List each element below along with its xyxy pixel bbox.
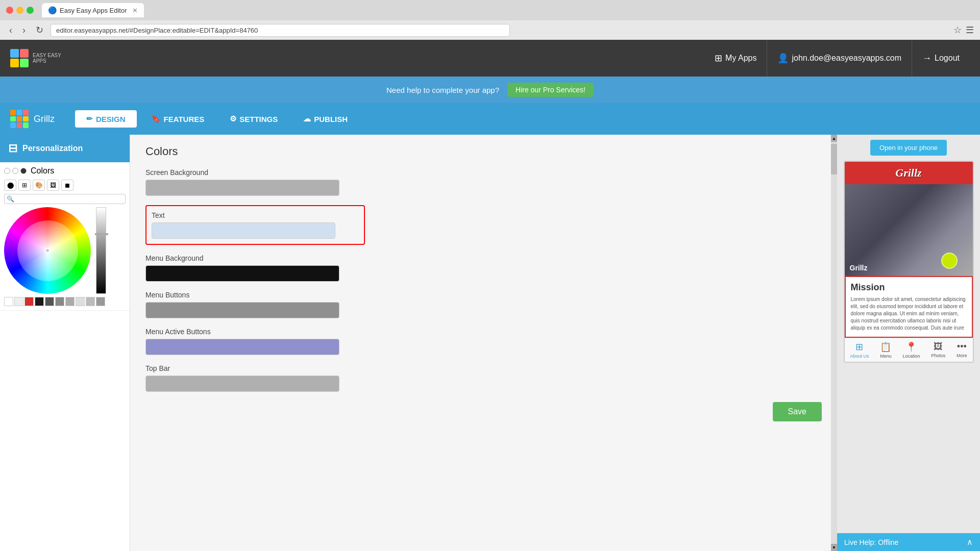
nav-forward-button[interactable]: › [19, 24, 29, 37]
color-search-box[interactable]: 🔍 [4, 194, 126, 204]
menu-buttons-swatch[interactable] [145, 302, 339, 318]
screen-background-swatch[interactable] [145, 180, 339, 196]
swatch-darksilver[interactable] [96, 297, 105, 306]
tab-favicon-icon: 🔵 [48, 6, 57, 14]
tab-design[interactable]: ✏ DESIGN [75, 110, 137, 128]
address-bar[interactable]: editor.easyeasyapps.net/#DesignPlace:edi… [51, 24, 510, 37]
app-logo[interactable]: EASY EASY APPS [10, 49, 61, 67]
text-color-label: Text [152, 211, 359, 219]
logout-icon: → [922, 53, 932, 64]
nav-logout[interactable]: → Logout [912, 40, 970, 77]
menu-background-swatch[interactable] [145, 265, 339, 282]
top-bar-section: Top Bar [145, 364, 822, 392]
app-icon-cell-6 [23, 116, 29, 122]
color-dot-1[interactable] [4, 168, 10, 174]
publish-icon: ☁ [303, 114, 311, 123]
features-icon: 🔖 [151, 114, 161, 123]
app-icon-cell-1 [10, 110, 16, 115]
color-tool-grid[interactable]: ⊞ [18, 180, 31, 191]
maximize-window-button[interactable] [27, 7, 34, 14]
brightness-handle [95, 233, 108, 235]
phone-nav-photos[interactable]: 🖼 Photos [931, 341, 945, 359]
color-tool-circle[interactable]: ⬤ [4, 180, 16, 191]
menu-buttons-section: Menu Buttons [145, 291, 822, 318]
bookmark-icon[interactable]: ☆ [953, 24, 962, 36]
screen-background-section: Screen Background [145, 168, 822, 196]
swatch-gray[interactable] [45, 297, 54, 306]
scroll-thumb[interactable] [831, 144, 837, 174]
phone-nav-menu[interactable]: 📋 Menu [880, 341, 892, 359]
brightness-slider[interactable] [96, 207, 106, 294]
scroll-down-button[interactable]: ▼ [831, 544, 837, 551]
nav-user-email[interactable]: 👤 john.doe@easyeasyapps.com [767, 40, 912, 77]
nav-back-button[interactable]: ‹ [6, 24, 15, 37]
browser-window-controls [6, 7, 34, 14]
promo-banner: Need help to complete your app? Hire our… [0, 77, 980, 103]
color-tool-palette[interactable]: 🎨 [33, 180, 45, 191]
tab-settings[interactable]: ⚙ SETTINGS [218, 110, 289, 128]
text-color-swatch[interactable] [152, 222, 335, 239]
nav-reload-button[interactable]: ↻ [33, 23, 46, 37]
tab-features[interactable]: 🔖 FEATURES [140, 110, 216, 128]
search-icon: 🔍 [7, 195, 14, 203]
nav-my-apps[interactable]: ⊞ My Apps [704, 40, 767, 77]
tab-publish[interactable]: ☁ PUBLISH [292, 110, 359, 128]
scroll-up-button[interactable]: ▲ [831, 135, 837, 142]
browser-chrome: 🔵 Easy Easy Apps Editor ✕ ‹ › ↻ editor.e… [0, 0, 980, 40]
text-color-section: Text [145, 205, 365, 245]
swatch-black[interactable] [35, 297, 44, 306]
center-panel: Colors Screen Background Text Menu Backg… [130, 135, 837, 551]
color-wheel[interactable] [4, 207, 91, 294]
color-cursor [45, 248, 50, 253]
menu-background-label: Menu Background [145, 254, 822, 262]
colors-page-title: Colors [145, 145, 822, 158]
swatch-gainsboro[interactable] [86, 297, 95, 306]
live-help-label: Live Help: Offline [844, 538, 898, 546]
swatch-lightsilver[interactable] [76, 297, 85, 306]
right-panel: Open in your phone Grillz Grillz Mission… [837, 135, 980, 551]
scroll-container: ▲ ▼ [831, 135, 837, 551]
color-tool-gradient[interactable]: ◼ [61, 180, 74, 191]
color-dot-2[interactable] [12, 168, 18, 174]
color-dot-3[interactable] [20, 168, 27, 174]
swatch-midgray[interactable] [55, 297, 64, 306]
swatch-white[interactable] [4, 297, 13, 306]
browser-tab[interactable]: 🔵 Easy Easy Apps Editor ✕ [42, 3, 144, 17]
color-tool-image[interactable]: 🖼 [47, 180, 59, 191]
top-bar-swatch[interactable] [145, 375, 339, 392]
logo-cell-3 [10, 59, 19, 67]
browser-actions: ☆ ☰ [953, 24, 974, 36]
app-icon-cell-2 [17, 110, 22, 115]
swatch-silver[interactable] [65, 297, 75, 306]
save-button-row: Save [145, 402, 822, 421]
personalization-button[interactable]: ⊟ Personalization [0, 135, 130, 162]
location-icon: 📍 [905, 341, 917, 353]
phone-nav-about-us[interactable]: ⊞ About Us [850, 341, 869, 359]
menu-icon[interactable]: ☰ [966, 24, 974, 36]
phone-nav-more[interactable]: ••• More [957, 341, 967, 359]
phone-nav-location[interactable]: 📍 Location [902, 341, 920, 359]
user-icon: 👤 [777, 53, 789, 64]
swatch-lightgray[interactable] [14, 297, 23, 306]
hire-pro-button[interactable]: Hire our Pro Services! [507, 83, 594, 97]
browser-addressbar: ‹ › ↻ editor.easyeasyapps.net/#DesignPla… [0, 20, 980, 40]
tab-close-icon[interactable]: ✕ [132, 7, 138, 14]
live-help-chevron-icon[interactable]: ∧ [967, 537, 973, 547]
save-button[interactable]: Save [773, 402, 822, 421]
toolbar-tabs: ✏ DESIGN 🔖 FEATURES ⚙ SETTINGS ☁ PUBLISH [75, 110, 359, 128]
app-icon-cell-9 [23, 122, 29, 128]
left-panel: ⊟ Personalization Colors ⬤ ⊞ 🎨 🖼 ◼ 🔍 [0, 135, 130, 551]
logo-cell-4 [20, 59, 29, 67]
browser-titlebar: 🔵 Easy Easy Apps Editor ✕ [0, 0, 980, 20]
menu-active-buttons-swatch[interactable] [145, 339, 339, 355]
personalization-icon: ⊟ [8, 142, 17, 155]
color-search-input[interactable] [14, 195, 123, 203]
swatch-red[interactable] [24, 297, 34, 306]
menu-active-buttons-section: Menu Active Buttons [145, 328, 822, 355]
colors-panel: Colors ⬤ ⊞ 🎨 🖼 ◼ 🔍 [0, 162, 130, 311]
close-window-button[interactable] [6, 7, 13, 14]
colors-header: Colors [4, 166, 126, 176]
open-in-phone-button[interactable]: Open in your phone [870, 140, 947, 156]
menu-background-section: Menu Background [145, 254, 822, 282]
minimize-window-button[interactable] [16, 7, 23, 14]
